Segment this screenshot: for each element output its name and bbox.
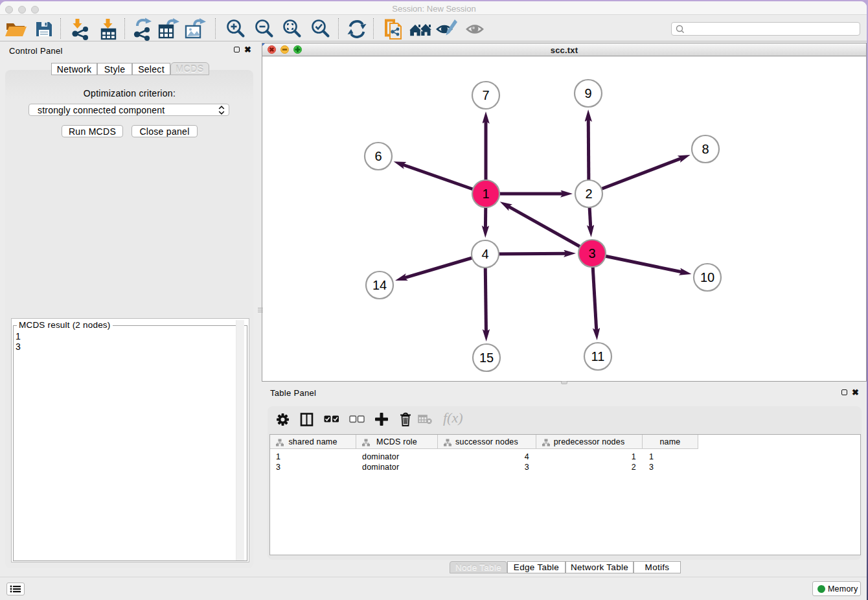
svg-text:14: 14 bbox=[372, 278, 387, 292]
svg-text:2: 2 bbox=[585, 187, 592, 201]
svg-text:10: 10 bbox=[700, 270, 714, 284]
svg-text:11: 11 bbox=[591, 349, 605, 363]
svg-text:9: 9 bbox=[584, 86, 591, 100]
svg-text:4: 4 bbox=[481, 247, 488, 261]
svg-text:3: 3 bbox=[588, 246, 595, 260]
svg-text:1: 1 bbox=[482, 187, 489, 201]
svg-text:6: 6 bbox=[374, 149, 382, 163]
svg-text:15: 15 bbox=[479, 351, 494, 365]
svg-text:7: 7 bbox=[482, 88, 489, 102]
svg-text:8: 8 bbox=[702, 142, 709, 156]
